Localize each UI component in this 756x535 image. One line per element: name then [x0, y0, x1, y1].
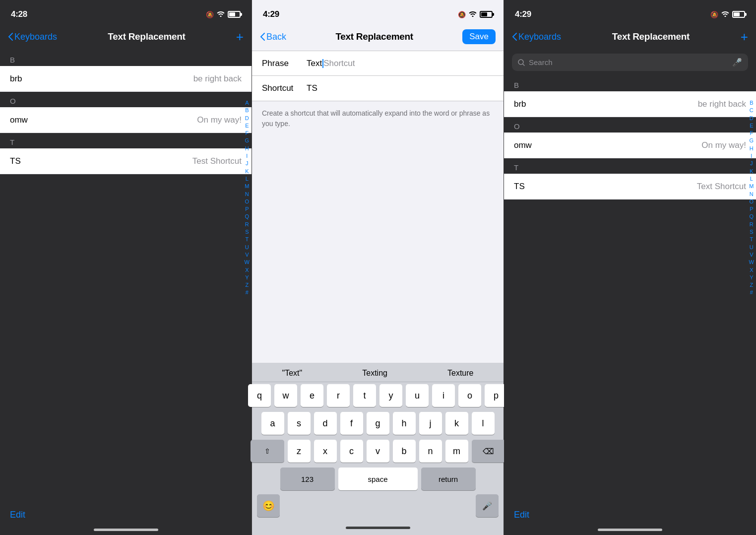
middle-save-button[interactable]: Save [462, 29, 496, 44]
left-alpha-index[interactable]: A B D E F G H I J K L M N O P Q R S T U … [245, 99, 250, 296]
middle-home-area [252, 520, 504, 535]
keyboard-rows: q w e r t y u i o p a s d f g h j k [252, 382, 504, 493]
right-time: 4:29 [515, 9, 531, 19]
right-section-b: B [504, 76, 756, 91]
key-x[interactable]: x [314, 440, 337, 463]
left-time: 4:28 [11, 9, 27, 19]
left-home-indicator [94, 529, 158, 531]
key-f[interactable]: f [340, 412, 363, 435]
phrase-label: Phrase [262, 59, 307, 68]
left-edit-button[interactable]: Edit [10, 510, 25, 520]
key-n[interactable]: n [419, 440, 442, 463]
left-battery [228, 11, 241, 18]
shortcut-input[interactable]: TS [307, 83, 494, 93]
right-status-bar: 4:29 🔕 [504, 0, 756, 25]
key-backspace[interactable]: ⌫ [472, 440, 505, 463]
right-mic-icon[interactable]: 🎤 [732, 58, 742, 67]
key-y[interactable]: y [379, 384, 402, 407]
middle-bell-icon: 🔕 [458, 11, 466, 18]
right-row-ts[interactable]: TS Text Shortcut [504, 174, 756, 200]
key-emoji[interactable]: 😊 [257, 494, 280, 517]
right-section-t: T [504, 158, 756, 174]
autocomplete-bar: "Text" Texting Texture [252, 363, 504, 382]
key-w[interactable]: w [274, 384, 297, 407]
right-search-bar[interactable]: Search 🎤 [512, 54, 748, 71]
middle-battery [480, 11, 493, 18]
right-row-brb[interactable]: brb be right back [504, 91, 756, 117]
key-l[interactable]: l [472, 412, 495, 435]
key-h[interactable]: h [393, 412, 416, 435]
left-add-button[interactable]: + [236, 29, 244, 45]
right-list: B brb be right back O omw On my way! T T… [504, 76, 756, 200]
right-row-omw[interactable]: omw On my way! [504, 133, 756, 158]
key-row-2: a s d f g h j k l [254, 412, 502, 435]
middle-nav-title: Text Replacement [335, 31, 413, 42]
middle-time: 4:29 [263, 9, 279, 19]
left-row-ts[interactable]: TS Test Shortcut [0, 148, 252, 174]
phrase-row[interactable]: Phrase TextShortcut [252, 51, 504, 76]
key-s[interactable]: s [288, 412, 311, 435]
key-shift[interactable]: ⇧ [251, 440, 284, 463]
key-r[interactable]: r [327, 384, 350, 407]
key-k[interactable]: k [445, 412, 468, 435]
svg-point-2 [725, 15, 726, 17]
right-nav-bar: Keyboards Text Replacement + [504, 25, 756, 51]
autocomplete-text[interactable]: "Text" [277, 368, 308, 379]
shortcut-row[interactable]: Shortcut TS [252, 76, 504, 101]
key-space[interactable]: space [338, 468, 418, 490]
key-i[interactable]: i [432, 384, 455, 407]
middle-home-indicator [346, 527, 410, 529]
right-nav-title: Text Replacement [612, 31, 690, 42]
edit-form: Phrase TextShortcut Shortcut TS [252, 51, 504, 101]
key-c[interactable]: c [340, 440, 363, 463]
right-alpha-index[interactable]: B C D E F G H I J K L M N O P Q R S T U … [749, 99, 754, 296]
key-a[interactable]: a [261, 412, 284, 435]
key-row-4: 123 space return [254, 468, 502, 490]
left-section-b: B [0, 51, 252, 66]
left-row-omw[interactable]: omw On my way! [0, 107, 252, 133]
key-return[interactable]: return [421, 468, 476, 490]
left-section-o: O [0, 92, 252, 107]
key-d[interactable]: d [314, 412, 337, 435]
key-o[interactable]: o [458, 384, 481, 407]
keyboard: "Text" Texting Texture q w e r t y u i o… [252, 363, 504, 535]
middle-status-icons: 🔕 [458, 11, 493, 18]
left-nav-title: Text Replacement [108, 31, 185, 42]
right-status-icons: 🔕 [710, 11, 745, 18]
left-nav-bar: Keyboards Text Replacement + [0, 25, 252, 51]
key-v[interactable]: v [367, 440, 389, 463]
right-back-button[interactable]: Keyboards [512, 32, 561, 42]
left-list: B brb be right back O omw On my way! T T… [0, 51, 252, 174]
right-edit-button[interactable]: Edit [514, 510, 529, 520]
left-section-t: T [0, 133, 252, 148]
right-home-indicator [598, 529, 662, 531]
right-add-button[interactable]: + [741, 29, 748, 45]
left-row-brb[interactable]: brb be right back [0, 66, 252, 92]
left-bell-icon: 🔕 [206, 11, 214, 18]
key-q[interactable]: q [248, 384, 271, 407]
middle-back-button[interactable]: Back [260, 32, 286, 42]
key-m[interactable]: m [445, 440, 468, 463]
key-123[interactable]: 123 [280, 468, 335, 490]
key-z[interactable]: z [288, 440, 311, 463]
left-back-button[interactable]: Keyboards [8, 32, 57, 42]
key-b[interactable]: b [393, 440, 416, 463]
right-panel: 4:29 🔕 Keyboards Text Replacement + [504, 0, 756, 535]
svg-point-1 [472, 15, 474, 17]
left-panel: 4:28 🔕 Keyboards Text Replacement + B [0, 0, 252, 535]
autocomplete-texture[interactable]: Texture [442, 368, 478, 379]
autocomplete-texting[interactable]: Texting [357, 368, 392, 379]
key-u[interactable]: u [406, 384, 429, 407]
phrase-input[interactable]: TextShortcut [307, 59, 494, 68]
right-section-o: O [504, 117, 756, 133]
left-status-bar: 4:28 🔕 [0, 0, 252, 25]
key-g[interactable]: g [367, 412, 389, 435]
middle-nav-bar: Back Text Replacement Save [252, 25, 504, 51]
key-e[interactable]: e [301, 384, 323, 407]
right-search-row: Search 🎤 [504, 51, 756, 76]
right-bell-icon: 🔕 [710, 11, 718, 18]
key-mic[interactable]: 🎤 [476, 494, 499, 517]
keyboard-bottom-row: 😊 🎤 [252, 493, 504, 520]
key-j[interactable]: j [419, 412, 442, 435]
key-t[interactable]: t [353, 384, 376, 407]
